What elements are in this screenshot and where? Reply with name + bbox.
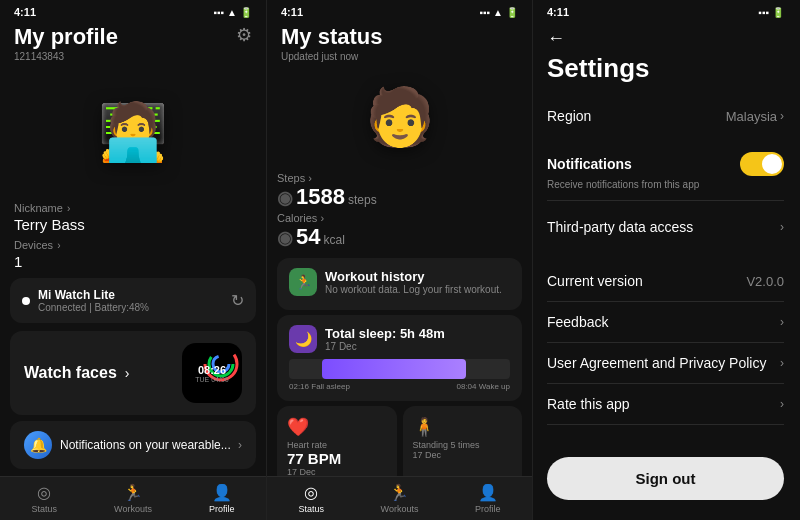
sleep-icon: 🌙: [289, 325, 317, 353]
profile-panel: 4:11 ▪▪▪ ▲ 🔋 My profile 121143843 ⚙ 🧑‍💻 …: [0, 0, 266, 520]
standing-label: Standing 5 times: [413, 440, 513, 450]
watch-faces-card[interactable]: Watch faces › 08:26 TUE 04/06: [10, 331, 256, 415]
status-nav-icon-2: ◎: [304, 483, 318, 502]
nav-workouts-2[interactable]: 🏃 Workouts: [355, 477, 443, 520]
steps-label: Steps ›: [277, 172, 522, 184]
feedback-chevron: ›: [780, 315, 784, 329]
nav-profile-2[interactable]: 👤 Profile: [444, 477, 532, 520]
avatar-area-2: 🧑: [267, 62, 532, 172]
sign-out-button[interactable]: Sign out: [547, 457, 784, 500]
status-header: My status Updated just now: [267, 20, 532, 62]
feedback-label: Feedback: [547, 314, 608, 330]
workout-icon: 🏃: [289, 268, 317, 296]
region-chevron: ›: [780, 109, 784, 123]
watch-time: 08:26: [198, 364, 226, 376]
workout-card[interactable]: 🏃 Workout history No workout data. Log y…: [277, 258, 522, 310]
notifications-toggle[interactable]: [740, 152, 784, 176]
calories-unit: kcal: [323, 233, 344, 247]
workouts-nav-icon-2: 🏃: [389, 483, 409, 502]
standing-date: 17 Dec: [413, 450, 513, 460]
notification-row[interactable]: 🔔 Notifications on your wearable... ›: [10, 421, 256, 469]
bottom-nav-2: ◎ Status 🏃 Workouts 👤 Profile: [267, 476, 532, 520]
profile-nav-icon-2: 👤: [478, 483, 498, 502]
status-bar-2: 4:11 ▪▪▪ ▲ 🔋: [267, 0, 532, 20]
region-label: Region: [547, 108, 591, 124]
standing-card[interactable]: 🧍 Standing 5 times 17 Dec: [403, 406, 523, 487]
rate-app-row[interactable]: Rate this app ›: [547, 384, 784, 425]
refresh-icon[interactable]: ↻: [231, 291, 244, 310]
profile-header: My profile 121143843 ⚙: [0, 20, 266, 62]
region-section: Region Malaysia ›: [547, 96, 784, 136]
nickname-value: Terry Bass: [14, 216, 252, 233]
nav-workouts-label: Workouts: [114, 504, 152, 514]
nav-status-label-2: Status: [298, 504, 324, 514]
status-icons-3: ▪▪▪ 🔋: [758, 7, 784, 18]
watch-face-preview: 08:26 TUE 04/06: [182, 343, 242, 403]
updated-text: Updated just now: [281, 51, 518, 62]
status-icons-1: ▪▪▪ ▲ 🔋: [213, 7, 252, 18]
avatar-2: 🧑: [365, 84, 435, 150]
region-value: Malaysia: [726, 109, 777, 124]
watch-date: TUE 04/06: [195, 376, 228, 383]
device-card[interactable]: Mi Watch Lite Connected | Battery:48% ↻: [10, 278, 256, 323]
region-row[interactable]: Region Malaysia ›: [547, 96, 784, 136]
gear-icon[interactable]: ⚙: [236, 24, 252, 46]
third-party-row[interactable]: Third-party data access ›: [547, 207, 784, 247]
avatar-area-1: 🧑‍💻: [0, 62, 266, 202]
time-3: 4:11: [547, 6, 569, 18]
status-title: My status: [281, 24, 518, 50]
toggle-knob: [762, 154, 782, 174]
devices-label: Devices: [14, 239, 53, 251]
avatar-1: 🧑‍💻: [98, 99, 168, 165]
nickname-chevron: ›: [67, 203, 70, 214]
version-label: Current version: [547, 273, 643, 289]
status-bar-1: 4:11 ▪▪▪ ▲ 🔋: [0, 0, 266, 20]
rate-app-label: Rate this app: [547, 396, 630, 412]
version-value: V2.0.0: [746, 274, 784, 289]
profile-nav-icon: 👤: [212, 483, 232, 502]
nav-workouts-label-2: Workouts: [381, 504, 419, 514]
notification-chevron: ›: [238, 438, 242, 452]
bottom-nav-1: ◎ Status 🏃 Workouts 👤 Profile: [0, 476, 266, 520]
rate-app-chevron: ›: [780, 397, 784, 411]
user-agreement-label: User Agreement and Privacy Policy: [547, 355, 766, 371]
time-1: 4:11: [14, 6, 36, 18]
status-panel: 4:11 ▪▪▪ ▲ 🔋 My status Updated just now …: [266, 0, 532, 520]
heart-label: Heart rate: [287, 440, 387, 450]
notification-text: Notifications on your wearable...: [60, 438, 231, 452]
nav-profile-label: Profile: [209, 504, 235, 514]
nav-profile-1[interactable]: 👤 Profile: [177, 477, 266, 520]
heart-icon: ❤️: [287, 416, 387, 438]
heart-value: 77 BPM: [287, 450, 387, 467]
devices-chevron: ›: [57, 240, 60, 251]
profile-title: My profile: [14, 24, 118, 50]
device-name: Mi Watch Lite: [38, 288, 149, 302]
settings-panel: 4:11 ▪▪▪ 🔋 ← Settings Region Malaysia › …: [532, 0, 798, 520]
mini-cards: ❤️ Heart rate 77 BPM 17 Dec 🧍 Standing 5…: [277, 406, 522, 487]
calories-icon: ◉: [277, 227, 293, 249]
sleep-start-label: 02:16 Fall asleep: [289, 382, 350, 391]
nav-workouts-1[interactable]: 🏃 Workouts: [89, 477, 178, 520]
status-nav-icon: ◎: [37, 483, 51, 502]
sleep-fill: [322, 359, 466, 379]
third-party-section: Third-party data access ›: [547, 207, 784, 247]
steps-value: ◉ 1588 steps: [277, 184, 522, 210]
nickname-label: Nickname: [14, 202, 63, 214]
sleep-card[interactable]: 🌙 Total sleep: 5h 48m 17 Dec 02:16 Fall …: [277, 315, 522, 401]
nav-status-1[interactable]: ◎ Status: [0, 477, 89, 520]
version-row: Current version V2.0.0: [547, 261, 784, 302]
sleep-bar: [289, 359, 510, 379]
status-bar-3: 4:11 ▪▪▪ 🔋: [533, 0, 798, 20]
back-button[interactable]: ←: [547, 28, 784, 49]
feedback-row[interactable]: Feedback ›: [547, 302, 784, 343]
workout-title: Workout history: [325, 269, 502, 284]
stats-area: Steps › ◉ 1588 steps Calories › ◉ 54 kca…: [267, 172, 532, 258]
status-icons-2: ▪▪▪ ▲ 🔋: [479, 7, 518, 18]
third-party-chevron: ›: [780, 220, 784, 234]
version-section: Current version V2.0.0 Feedback › User A…: [547, 261, 784, 425]
nav-status-2[interactable]: ◎ Status: [267, 477, 355, 520]
user-agreement-row[interactable]: User Agreement and Privacy Policy ›: [547, 343, 784, 384]
watch-faces-label: Watch faces: [24, 364, 117, 382]
heart-rate-card[interactable]: ❤️ Heart rate 77 BPM 17 Dec: [277, 406, 397, 487]
steps-icon: ◉: [277, 187, 293, 209]
